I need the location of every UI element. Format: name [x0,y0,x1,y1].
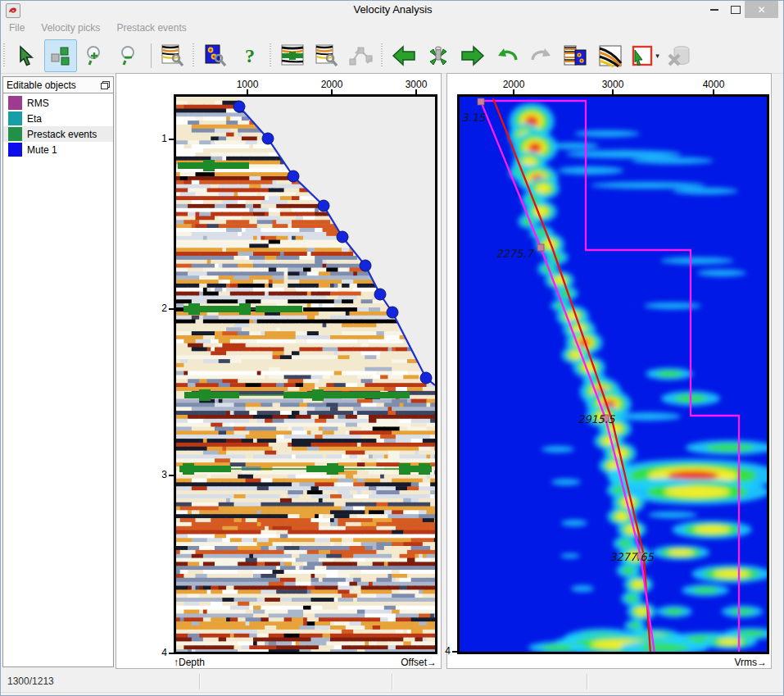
object-item-rms[interactable]: RMS [3,95,113,111]
toolbar-separator [151,43,152,68]
zoom-in-icon [84,44,106,67]
picks-tool-disabled-button[interactable] [345,39,378,72]
object-item-prestack-events[interactable]: Prestack events [3,126,113,142]
redo-disabled-button[interactable] [525,39,558,72]
dual-view-icon [563,43,589,68]
next-gather-icon [460,43,486,68]
undo-button[interactable] [491,39,523,72]
gather-plot-panel: 1000200030001234 ↑Depth Offset→ [116,73,442,669]
object-color-swatch [8,127,22,141]
object-color-swatch [8,96,22,110]
y-tick-label: 4 [436,645,451,657]
object-label: Eta [27,113,42,125]
editable-objects-title: Editable objects [7,80,76,91]
x-tick-label: 2000 [321,79,343,90]
delete-disabled-icon [666,43,692,68]
svg-text:?: ? [245,45,255,66]
prestack-events-display-button[interactable] [276,39,309,72]
editable-objects-list: RMSEtaPrestack eventsMute 1 [2,93,114,667]
y-tick-label: 3 [152,469,167,480]
svg-text:3277.65: 3277.65 [610,551,654,563]
semblance-display-params-icon [203,43,228,68]
object-color-swatch [8,111,22,125]
menu-velocity-picks[interactable]: Velocity picks [33,19,108,37]
gather-view-button[interactable] [594,39,627,72]
vrms-axis-label: Vrms→ [718,657,767,668]
semblance-plot-panel: 2000300040004 3.152275.72915.53277.65 Vr… [446,73,772,669]
editable-objects-panel: Editable objects RMSEtaPrestack eventsMu… [2,76,114,669]
offset-axis-label: Offset→ [387,657,437,668]
maximize-button[interactable] [725,1,746,18]
delete-disabled-button[interactable] [663,39,696,72]
prestack-events-params-button[interactable] [310,39,343,72]
status-bar: 1300/1213 [1,671,784,692]
pick-mode-dropdown[interactable]: ▾ [655,52,659,60]
redo-disabled-icon [528,43,555,68]
minimize-icon [710,9,718,11]
object-item-eta[interactable]: Eta [3,111,113,126]
gather-locator-icon [425,43,451,68]
select-tool-icon [15,44,38,67]
select-tool-button[interactable] [10,39,43,72]
previous-gather-button[interactable] [387,39,420,72]
object-label: Prestack events [27,129,97,140]
menu-file[interactable]: File [1,19,33,37]
pick-mode-button[interactable]: ▾ [628,39,661,72]
object-item-mute-1[interactable]: Mute 1 [3,142,113,157]
help-button[interactable]: ? [233,39,266,72]
next-gather-button[interactable] [456,39,489,72]
prestack-events-display-icon [280,43,305,68]
zoom-out-button[interactable] [113,39,146,72]
x-tick-label: 2000 [503,79,525,90]
window-bottom-edge [1,692,784,696]
pick-mode-icon [630,43,655,68]
x-tick-label: 1000 [237,79,259,90]
seismic-gather-plot[interactable] [176,97,435,652]
y-tick-label: 1 [152,133,167,144]
maximize-icon [731,6,741,14]
semblance-display-params-button[interactable] [199,39,232,72]
title-bar: Velocity Analysis ✕ [1,1,784,19]
svg-text:3.15: 3.15 [461,111,486,124]
editable-objects-header: Editable objects [2,76,114,93]
close-button[interactable]: ✕ [745,1,778,18]
edit-objects-tool-icon [49,44,72,67]
object-color-swatch [8,143,22,157]
toolbar: ?▾ [1,39,784,74]
y-tick-label: 2 [152,303,167,314]
semblance-plot-frame: 3.152275.72915.53277.65 [457,94,769,654]
zoom-in-button[interactable] [79,39,111,72]
x-tick-label: 3000 [602,79,624,90]
previous-gather-icon [391,43,417,68]
gather-locator-button[interactable] [422,39,455,72]
object-label: RMS [27,98,49,109]
object-label: Mute 1 [27,144,57,156]
gather-display-params-icon [161,43,185,68]
gather-plot-frame [174,94,437,654]
menu-prestack-events[interactable]: Prestack events [108,19,194,37]
edit-objects-tool-button[interactable] [44,39,77,72]
y-tick-label: 4 [152,647,167,658]
float-panel-button[interactable] [101,81,110,89]
dual-view-button[interactable] [560,39,592,72]
prestack-events-params-icon [315,43,339,68]
menu-bar: FileVelocity picksPrestack events [1,19,784,39]
picks-tool-disabled-icon [349,43,374,68]
close-icon: ✕ [757,4,765,16]
x-tick-label: 3000 [406,79,428,90]
help-icon: ? [238,44,261,67]
velocity-semblance-plot[interactable]: 3.152275.72915.53277.65 [460,97,767,652]
gather-counter: 1300/1213 [7,676,54,687]
undo-icon [494,43,520,68]
depth-axis-label: ↑Depth [174,657,205,668]
gather-display-params-button[interactable] [156,39,189,72]
x-tick-label: 4000 [703,79,725,90]
svg-text:2915.5: 2915.5 [578,413,615,425]
window-title: Velocity Analysis [1,3,784,16]
zoom-out-icon [118,44,141,67]
svg-text:2275.7: 2275.7 [496,248,534,260]
gather-view-icon [597,43,623,68]
minimize-button[interactable] [704,1,725,18]
